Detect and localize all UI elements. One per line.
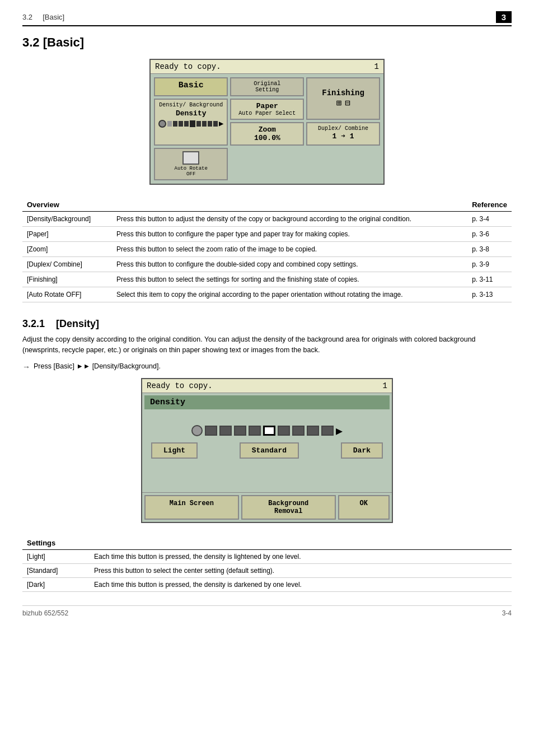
slider-seg-2 <box>219 426 232 436</box>
settings-header: Settings <box>22 536 512 550</box>
instruction-text: Press [Basic] ►► [Density/Background]. <box>34 362 161 370</box>
density-description: Adjust the copy density according to the… <box>22 334 512 356</box>
sort-icon: ⊞ <box>336 97 341 109</box>
slider-seg-8 <box>307 426 319 436</box>
overview-ref: p. 3-11 <box>467 272 512 287</box>
reference-header: Reference <box>467 198 512 212</box>
slider-seg-3 <box>234 426 246 436</box>
density-slider: ▶ <box>149 424 385 438</box>
copier-screen-body: Basic Original Setting Finishing ⊞ ⊟ Den… <box>151 74 383 184</box>
basic-button[interactable]: Basic <box>154 77 228 96</box>
footer-product: bizhub 652/552 <box>22 609 68 617</box>
overview-row: [Auto Rotate OFF] Select this item to co… <box>22 287 512 302</box>
overview-row: [Zoom] Press this button to select the z… <box>22 242 512 257</box>
density-label: Density <box>158 109 223 118</box>
copy-count: 1 <box>374 62 379 71</box>
staple-icon: ⊟ <box>345 97 350 109</box>
overview-item: [Paper] <box>22 227 112 242</box>
setting-desc: Each time this button is pressed, the de… <box>90 577 512 591</box>
slider-circle <box>191 425 203 436</box>
ok-button[interactable]: OK <box>338 495 390 520</box>
dark-button[interactable]: Dark <box>341 442 383 459</box>
zoom-button[interactable]: Zoom 100.0% <box>230 122 304 146</box>
overview-item: [Auto Rotate OFF] <box>22 287 112 302</box>
settings-row: [Dark] Each time this button is pressed,… <box>22 577 512 591</box>
finishing-icons: ⊞ ⊟ <box>336 97 350 109</box>
overview-row: [Paper] Press this button to configure t… <box>22 227 512 242</box>
density-empty-area <box>149 463 385 486</box>
background-removal-button[interactable]: Background Removal <box>241 495 336 520</box>
density-screen: Ready to copy. 1 Density ▶ Light Standar… <box>141 378 393 523</box>
status-text: Ready to copy. <box>155 62 221 71</box>
density-screen-title: Density <box>144 395 390 409</box>
overview-ref: p. 3-8 <box>467 242 512 257</box>
overview-ref: p. 3-4 <box>467 212 512 227</box>
section-title: 3.2 [Basic] <box>22 35 512 50</box>
overview-row: [Duplex/ Combine] Press this button to c… <box>22 257 512 272</box>
overview-desc: Press this button to select the settings… <box>112 272 467 287</box>
zoom-label: Zoom <box>235 125 299 134</box>
auto-rotate-button[interactable]: Auto Rotate OFF <box>154 148 228 180</box>
auto-rotate-label: Auto Rotate OFF <box>158 166 223 177</box>
setting-desc: Press this button to select the center s… <box>90 563 512 577</box>
setting-item: [Light] <box>22 549 90 563</box>
density-bar: ▶ <box>158 119 223 128</box>
slider-arrow: ▶ <box>336 424 343 438</box>
instruction-row: → Press [Basic] ►► [Density/Background]. <box>22 362 512 371</box>
finishing-label: Finishing <box>322 88 364 97</box>
standard-button[interactable]: Standard <box>240 442 299 459</box>
arrow-symbol: → <box>22 362 30 371</box>
overview-item: [Density/Background] <box>22 212 112 227</box>
overview-desc: Press this button to configure the paper… <box>112 227 467 242</box>
slider-seg-9 <box>321 426 334 436</box>
duplex-combine-button[interactable]: Duplex/ Combine 1 ➔ 1 <box>306 122 380 146</box>
density-status-bar: Ready to copy. 1 <box>142 379 392 393</box>
overview-ref: p. 3-9 <box>467 257 512 272</box>
page-footer: bizhub 652/552 3-4 <box>22 605 512 617</box>
subsection-header: 3.2.1 [Density] <box>22 318 512 330</box>
overview-desc: Press this button to configure the doubl… <box>112 257 467 272</box>
density-bg-label: Density/ Background <box>158 102 223 108</box>
overview-item: [Finishing] <box>22 272 112 287</box>
overview-header: Overview <box>22 198 112 212</box>
subsection-number: 3.2.1 <box>22 318 45 330</box>
auto-rotate-icon <box>182 151 199 165</box>
density-label-buttons: Light Standard Dark <box>151 442 383 459</box>
settings-table: Settings [Light] Each time this button i… <box>22 536 512 592</box>
density-indicator <box>158 120 166 128</box>
light-button[interactable]: Light <box>151 442 198 459</box>
original-setting-button[interactable]: Original Setting <box>230 77 304 96</box>
setting-item: [Standard] <box>22 563 90 577</box>
section-label: 3.2 [Basic] <box>22 13 64 21</box>
density-status-text: Ready to copy. <box>147 381 213 390</box>
paper-button[interactable]: Paper Auto Paper Select <box>230 99 304 120</box>
duplex-value: 1 ➔ 1 <box>311 132 376 141</box>
chapter-number: 3 <box>496 11 512 23</box>
overview-ref: p. 3-13 <box>467 287 512 302</box>
settings-row: [Light] Each time this button is pressed… <box>22 549 512 563</box>
slider-seg-5-active <box>263 426 275 436</box>
setting-item: [Dark] <box>22 577 90 591</box>
overview-desc: Press this button to select the zoom rat… <box>112 242 467 257</box>
overview-item: [Duplex/ Combine] <box>22 257 112 272</box>
overview-table: Overview Reference [Density/Background] … <box>22 198 512 302</box>
overview-desc: Press this button to adjust the density … <box>112 212 467 227</box>
slider-seg-7 <box>292 426 305 436</box>
density-background-button[interactable]: Density/ Background Density ▶ <box>154 99 228 146</box>
copier-screen-1: Ready to copy. 1 Basic Original Setting … <box>149 59 385 185</box>
slider-seg-6 <box>278 426 290 436</box>
copier-status-bar: Ready to copy. 1 <box>151 60 383 74</box>
settings-row: [Standard] Press this button to select t… <box>22 563 512 577</box>
duplex-label: Duplex/ Combine <box>311 125 376 132</box>
footer-page: 3-4 <box>502 609 512 617</box>
overview-desc: Select this item to copy the original ac… <box>112 287 467 302</box>
main-screen-button[interactable]: Main Screen <box>144 495 239 520</box>
finishing-button[interactable]: Finishing ⊞ ⊟ <box>306 77 380 120</box>
overview-row: [Finishing] Press this button to select … <box>22 272 512 287</box>
page-header: 3.2 [Basic] 3 <box>22 11 512 26</box>
density-copy-count: 1 <box>383 381 387 390</box>
overview-ref: p. 3-6 <box>467 227 512 242</box>
overview-row: [Density/Background] Press this button t… <box>22 212 512 227</box>
zoom-value: 100.0% <box>235 134 299 142</box>
paper-label: Paper <box>235 102 299 110</box>
